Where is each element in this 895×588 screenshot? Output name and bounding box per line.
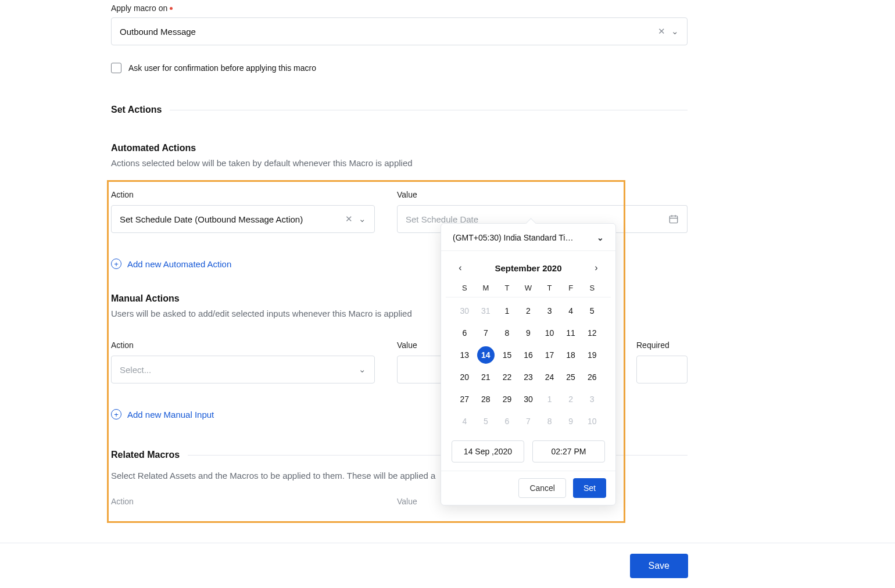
calendar-day[interactable]: 13 <box>456 346 473 364</box>
timezone-label: (GMT+05:30) India Standard Ti… <box>453 233 597 242</box>
calendar-day[interactable]: 21 <box>477 368 495 386</box>
chevron-down-icon[interactable]: ⌄ <box>669 26 679 37</box>
calendar-day[interactable]: 15 <box>498 346 515 364</box>
calendar-day[interactable]: 28 <box>477 390 495 408</box>
save-button[interactable]: Save <box>630 554 688 578</box>
timezone-select[interactable]: (GMT+05:30) India Standard Ti… ⌄ <box>441 224 615 251</box>
confirm-label: Ask user for confirmation before applyin… <box>128 63 316 73</box>
manual-action-select[interactable]: Select... ⌄ <box>111 356 375 383</box>
selected-date-input[interactable]: 14 Sep ,2020 <box>452 440 524 462</box>
calendar-day: 30 <box>456 302 473 320</box>
calendar-day[interactable]: 9 <box>520 324 537 342</box>
calendar-day: 4 <box>456 413 473 430</box>
dow-cell: T <box>539 284 560 292</box>
calendar-day: 10 <box>583 413 601 430</box>
calendar-day: 6 <box>498 413 515 430</box>
clear-icon[interactable]: ✕ <box>342 214 356 224</box>
required-indicator <box>170 7 173 10</box>
day-of-week-header: SMTWTFS <box>446 280 611 297</box>
dow-cell: M <box>475 284 497 292</box>
selected-date-text: 14 Sep ,2020 <box>464 447 512 456</box>
calendar-day[interactable]: 2 <box>520 302 537 320</box>
apply-macro-value: Outbound Message <box>120 27 196 37</box>
datepicker-set-button[interactable]: Set <box>573 478 606 498</box>
dow-cell: F <box>560 284 582 292</box>
chevron-down-icon: ⌄ <box>597 233 604 242</box>
automated-desc: Actions selected below will be taken by … <box>111 158 688 168</box>
selected-time-text: 02:27 PM <box>552 447 586 456</box>
calendar-day: 2 <box>562 390 579 408</box>
calendar-button[interactable] <box>660 205 688 233</box>
manual-action-label: Action <box>111 340 375 350</box>
add-automated-action-label: Add new Automated Action <box>127 259 231 269</box>
cancel-label: Cancel <box>529 483 555 493</box>
calendar-day[interactable]: 19 <box>583 346 601 364</box>
calendar-day[interactable]: 1 <box>498 302 515 320</box>
apply-macro-label: Apply macro on <box>111 3 688 13</box>
month-label: September 2020 <box>495 263 561 273</box>
set-actions-title: Set Actions <box>111 105 162 115</box>
calendar-grid: 3031123456789101112131415161718192021222… <box>446 297 611 436</box>
calendar-day[interactable]: 20 <box>456 368 473 386</box>
add-manual-input-label: Add new Manual Input <box>127 410 214 420</box>
footer-bar: Save <box>0 543 895 588</box>
automated-action-value: Set Schedule Date (Outbound Message Acti… <box>120 214 303 224</box>
set-label: Set <box>583 483 596 493</box>
calendar-day[interactable]: 23 <box>520 368 537 386</box>
related-action-label: Action <box>111 497 375 506</box>
calendar-day[interactable]: 5 <box>583 302 601 320</box>
calendar-day[interactable]: 24 <box>541 368 559 386</box>
plus-circle-icon: + <box>111 409 121 420</box>
calendar-icon <box>668 214 679 224</box>
calendar-day[interactable]: 22 <box>498 368 515 386</box>
calendar-day: 5 <box>477 413 495 430</box>
automated-value-label: Value <box>397 190 688 199</box>
selected-time-input[interactable]: 02:27 PM <box>532 440 605 462</box>
calendar-day[interactable]: 26 <box>583 368 601 386</box>
prev-month-button[interactable]: ‹ <box>454 261 467 274</box>
calendar-day[interactable]: 8 <box>498 324 515 342</box>
calendar-day[interactable]: 27 <box>456 390 473 408</box>
calendar-day[interactable]: 17 <box>541 346 559 364</box>
calendar-day[interactable]: 14 <box>477 346 495 364</box>
chevron-left-icon: ‹ <box>459 263 461 273</box>
date-picker-popover: (GMT+05:30) India Standard Ti… ⌄ ‹ Septe… <box>441 223 616 505</box>
next-month-button[interactable]: › <box>590 261 603 274</box>
chevron-right-icon: › <box>595 263 597 273</box>
chevron-down-icon[interactable]: ⌄ <box>356 214 366 224</box>
calendar-day[interactable]: 11 <box>562 324 579 342</box>
required-box[interactable] <box>636 356 688 383</box>
calendar-day: 8 <box>541 413 559 430</box>
calendar-day[interactable]: 7 <box>477 324 495 342</box>
calendar-day[interactable]: 12 <box>583 324 601 342</box>
schedule-date-placeholder: Set Schedule Date <box>406 214 478 224</box>
calendar-day: 9 <box>562 413 579 430</box>
dow-cell: T <box>496 284 518 292</box>
chevron-down-icon[interactable]: ⌄ <box>356 364 366 375</box>
clear-icon[interactable]: ✕ <box>654 26 669 37</box>
calendar-day[interactable]: 30 <box>520 390 537 408</box>
confirm-checkbox[interactable] <box>111 63 121 73</box>
automated-action-select[interactable]: Set Schedule Date (Outbound Message Acti… <box>111 205 375 233</box>
calendar-day[interactable]: 6 <box>456 324 473 342</box>
datepicker-cancel-button[interactable]: Cancel <box>518 478 566 498</box>
calendar-day[interactable]: 18 <box>562 346 579 364</box>
calendar-day[interactable]: 16 <box>520 346 537 364</box>
calendar-day[interactable]: 10 <box>541 324 559 342</box>
calendar-day: 7 <box>520 413 537 430</box>
automated-title: Automated Actions <box>111 143 688 153</box>
calendar-day[interactable]: 29 <box>498 390 515 408</box>
related-title: Related Macros <box>111 450 180 460</box>
automated-action-label: Action <box>111 190 375 199</box>
apply-macro-select[interactable]: Outbound Message ✕ ⌄ <box>111 17 688 45</box>
dow-cell: S <box>454 284 475 292</box>
plus-circle-icon: + <box>111 259 121 269</box>
calendar-day: 1 <box>541 390 559 408</box>
dow-cell: S <box>581 284 603 292</box>
calendar-day[interactable]: 4 <box>562 302 579 320</box>
dow-cell: W <box>518 284 539 292</box>
calendar-day[interactable]: 25 <box>562 368 579 386</box>
svg-rect-0 <box>670 216 678 223</box>
save-button-label: Save <box>649 561 670 571</box>
calendar-day[interactable]: 3 <box>541 302 559 320</box>
